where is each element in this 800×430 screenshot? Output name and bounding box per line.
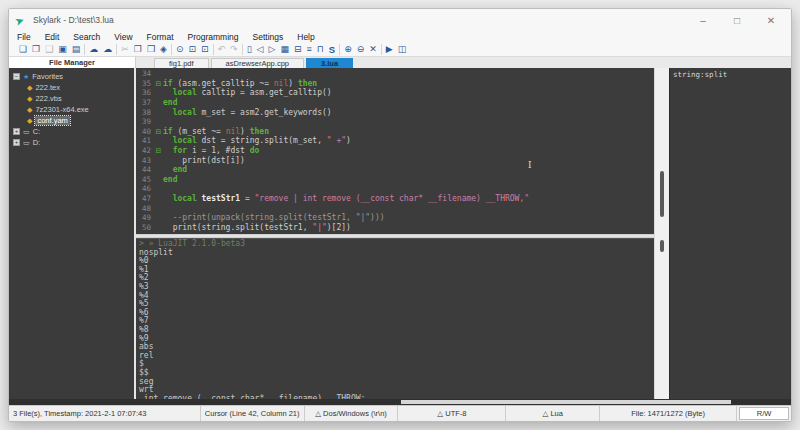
tab-asDrewserApp.cpp[interactable]: asDrewserApp.cpp (211, 58, 304, 68)
bookmark-icon[interactable]: ▯ (247, 44, 252, 55)
tree-item-7z2301-x64.exe[interactable]: ◆7z2301-x64.exe (9, 104, 134, 115)
zoom-reset-icon[interactable]: ✕ (369, 44, 377, 55)
line-number: 34 (136, 69, 154, 78)
tree-item-C:[interactable]: +▭C: (9, 126, 134, 137)
indent-left-icon[interactable]: ◁ (257, 44, 264, 55)
line-number: 38 (136, 108, 154, 117)
styles-icon[interactable]: S (329, 44, 335, 55)
code-line: 38 local m_set = asm2.get_keywords() (136, 107, 654, 117)
toolbar-group: ▯◁▷▦⊟≡⊓S (243, 44, 341, 55)
code-text: end (163, 98, 177, 107)
search-icon[interactable]: ⊙ (176, 44, 184, 55)
code-line: 48 (136, 203, 654, 213)
code-text: print(dst[i]) (163, 156, 245, 165)
fold-marker-icon[interactable]: ⊟ (154, 146, 163, 155)
code-editor[interactable]: I 3435⊟if (asm.get_calltip ~= nil) then3… (136, 68, 654, 234)
file-manager-tree: −★Favorites◆222.tex◆222.vbs◆7z2301-x64.e… (9, 68, 136, 399)
export-icon[interactable]: ⊓ (317, 44, 324, 55)
tree-item-222.tex[interactable]: ◆222.tex (9, 82, 134, 93)
code-text: end (163, 165, 187, 174)
table-view-icon[interactable]: ▦ (280, 44, 289, 55)
output-line: abs (139, 343, 654, 352)
horizontal-scrollbar-thumb[interactable] (401, 400, 731, 404)
find-prev-icon[interactable]: ⊡ (188, 44, 196, 55)
star-icon: ★ (23, 73, 29, 81)
wrap-lines-icon[interactable]: ≡ (306, 44, 311, 55)
tree-item-label: 222.tex (35, 83, 60, 92)
app-logo-icon: ➤ (13, 12, 30, 29)
save-icon[interactable]: ▣ (58, 44, 67, 55)
find-next-icon[interactable]: ⊡ (201, 44, 209, 55)
cloud-download-icon[interactable]: ☁ (103, 44, 112, 55)
code-line: 34 (136, 69, 654, 79)
maximize-button[interactable]: □ (731, 15, 743, 26)
code-line: 44 end (136, 165, 654, 175)
menu-help[interactable]: Help (297, 32, 314, 42)
tree-item-label: conf.yam (35, 116, 69, 125)
output-line: $$ (139, 369, 654, 378)
tree-item-Favorites[interactable]: −★Favorites (9, 71, 134, 82)
code-text: local calltip = asm.get_calltip() (163, 88, 332, 97)
line-number: 40 (136, 127, 154, 136)
new-file-icon[interactable]: ❏ (19, 44, 27, 55)
copy-icon[interactable]: ❐ (134, 44, 142, 55)
cloud-upload-icon[interactable]: ☁ (89, 44, 98, 55)
output-line: %2 (139, 274, 654, 283)
code-line: 41 local dst = string.split(m_set, " +") (136, 136, 654, 146)
toolbar-group: ⊕⊖✕ (340, 44, 382, 55)
code-text: local dst = string.split(m_set, " +") (163, 136, 351, 145)
new-from-template-icon: ❑ (45, 44, 53, 55)
menu-format[interactable]: Format (147, 32, 174, 42)
tree-item-conf.yam[interactable]: ◆conf.yam (9, 115, 134, 126)
line-number: 48 (136, 204, 154, 213)
tab-fig1.pdf[interactable]: fig1.pdf (154, 58, 209, 68)
tree-item-222.vbs[interactable]: ◆222.vbs (9, 93, 134, 104)
line-number: 49 (136, 213, 154, 222)
editor-scrollbar-thumb[interactable] (660, 171, 664, 217)
menu-search[interactable]: Search (73, 32, 100, 42)
line-number: 35 (136, 79, 154, 88)
paste-icon[interactable]: ❒ (147, 44, 155, 55)
status-segment-0: 3 File(s), Timestamp: 2021-2-1 07:07:43 (9, 406, 201, 421)
open-folder-icon[interactable]: ❐ (32, 44, 40, 55)
file-manager-header-tab[interactable]: File Manager (9, 57, 136, 68)
line-number: 39 (136, 117, 154, 126)
terminal-icon[interactable]: ◫ (398, 44, 407, 55)
menu-file[interactable]: File (17, 32, 31, 42)
symbol-hint-panel: string:split (669, 68, 791, 399)
code-line: 40⊟if (m_set ~= nil) then (136, 127, 654, 137)
tree-item-D:[interactable]: +▭D: (9, 137, 134, 148)
tree-expander[interactable]: + (13, 128, 20, 135)
indent-right-icon[interactable]: ▷ (269, 44, 276, 55)
menu-edit[interactable]: Edit (45, 32, 60, 42)
status-segment-5: File: 1471/1272 (Byte) (600, 406, 737, 421)
run-script-icon[interactable]: ▶ (386, 44, 393, 55)
zoom-out-icon[interactable]: ⊖ (357, 44, 365, 55)
window-title: Skylark - D:\test\3.lua (33, 15, 114, 25)
output-line: %9 (139, 335, 654, 344)
fold-marker-icon[interactable]: ⊟ (154, 79, 163, 88)
status-segment-1: Cursor (Line 42, Column 21) (201, 406, 305, 421)
tree-item-label: C: (33, 127, 41, 136)
tree-expander[interactable]: − (13, 73, 20, 80)
menu-settings[interactable]: Settings (253, 32, 284, 42)
editor-column: I 3435⊟if (asm.get_calltip ~= nil) then3… (136, 68, 654, 399)
output-scrollbar-thumb[interactable] (660, 240, 664, 252)
split-view-icon[interactable]: ⊟ (294, 44, 302, 55)
save-all-icon[interactable]: ▤ (72, 44, 81, 55)
minimize-button[interactable]: – (697, 15, 709, 26)
menu-view[interactable]: View (114, 32, 132, 42)
menu-programming[interactable]: Programming (188, 32, 239, 42)
lock-icon[interactable]: ◈ (160, 44, 167, 55)
close-button[interactable]: ✕ (765, 15, 777, 26)
fold-marker-icon[interactable]: ⊟ (154, 127, 163, 136)
zoom-in-icon[interactable]: ⊕ (344, 44, 352, 55)
tab-3.lua[interactable]: 3.lua (306, 58, 353, 68)
line-number: 36 (136, 88, 154, 97)
horizontal-scrollbar-track[interactable] (9, 399, 791, 405)
status-segment-3: △ UTF-8 (398, 406, 506, 421)
code-line: 47 local testStr1 = "remove | int remove… (136, 194, 654, 204)
tree-expander[interactable]: + (13, 139, 20, 146)
output-console[interactable]: > » LuaJIT 2.1.0-beta3nosplit%0%1%2%3%4%… (136, 238, 654, 399)
editor-vertical-scrollbar[interactable] (654, 68, 669, 399)
